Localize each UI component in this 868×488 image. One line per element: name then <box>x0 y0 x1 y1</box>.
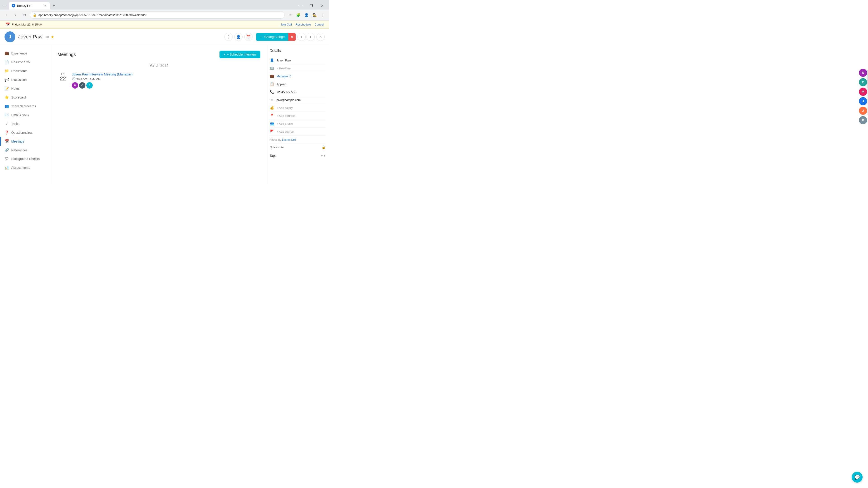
detail-profile[interactable]: 👥 + Add profile <box>270 120 326 128</box>
sidebar-item-resume[interactable]: 📄 Resume / CV <box>0 58 52 66</box>
sidebar-item-label: Experience <box>11 52 27 55</box>
sidebar-item-notes[interactable]: 📝 Notes <box>0 84 52 93</box>
notification-bar: 📅 Friday, Mar 22, 6:15AM Join Call Resch… <box>0 21 329 29</box>
phone-icon: 📞 <box>270 90 274 94</box>
cancel-link[interactable]: Cancel <box>315 23 324 26</box>
join-call-link[interactable]: Join Call <box>281 23 292 26</box>
source-placeholder[interactable]: + Add source <box>276 130 293 133</box>
next-candidate-button[interactable]: › <box>307 33 315 41</box>
position-link[interactable]: Manager ↗ <box>276 74 291 78</box>
sidebar-item-email-sms[interactable]: ✉️ Email / SMS <box>0 110 52 119</box>
tasks-icon: ✓ <box>4 122 9 126</box>
meeting-attendees: N C J <box>72 82 260 89</box>
star-icon[interactable]: ★ <box>51 35 54 39</box>
incognito-button[interactable]: 🕵 <box>311 11 318 19</box>
email-value: paw@sample.com <box>276 98 301 102</box>
schedule-interview-button[interactable]: + + Schedule Interview <box>219 51 260 58</box>
back-button[interactable]: ‹ <box>3 11 10 19</box>
sidebar-item-label: Resume / CV <box>11 60 30 64</box>
add-person-button[interactable]: 👤 <box>235 33 243 41</box>
briefcase-icon: 💼 <box>270 74 274 78</box>
forward-button[interactable]: › <box>12 11 19 19</box>
tags-label: Tags <box>270 154 276 158</box>
tags-dropdown-button[interactable]: ▾ <box>324 153 326 158</box>
rss-icon[interactable]: ⊕ <box>46 35 49 39</box>
close-candidate-button[interactable]: × <box>316 33 324 41</box>
change-stage-button[interactable]: ↔ Change Stage <box>256 33 288 41</box>
reschedule-link[interactable]: Reschedule <box>296 23 311 26</box>
sidebar-item-tasks[interactable]: ✓ Tasks <box>0 119 52 128</box>
meeting-date: Fri 22 <box>57 72 68 82</box>
sidebar-item-experience[interactable]: 💼 Experience <box>0 49 52 58</box>
attendee-avatar: J <box>86 82 93 89</box>
section-title: Meetings <box>57 52 76 57</box>
more-options-button[interactable]: ⋮ <box>224 33 232 41</box>
source-icon: 🚩 <box>270 129 274 133</box>
new-tab-button[interactable]: + <box>51 2 57 9</box>
sidebar-item-scorecard[interactable]: ⭐ Scorecard <box>0 93 52 102</box>
candidate-header: J Joven Paw ⊕ ★ ⋮ 👤 📅 ↔ Change Stage ✕ ‹… <box>0 29 329 45</box>
bookmark-button[interactable]: ☆ <box>287 11 294 19</box>
tab-close-button[interactable]: × <box>43 4 47 7</box>
sidebar-item-documents[interactable]: 📁 Documents <box>0 66 52 75</box>
lock-note-icon: 🔒 <box>322 145 326 149</box>
detail-applied: 📋 Applied <box>270 80 326 88</box>
prev-candidate-button[interactable]: ‹ <box>298 33 306 41</box>
salary-placeholder[interactable]: + Add salary <box>276 106 293 109</box>
sidebar-item-discussion[interactable]: 💬 Discussion <box>0 75 52 84</box>
references-icon: 🔗 <box>4 148 9 152</box>
sidebar-item-meetings[interactable]: 📅 Meetings <box>0 137 52 146</box>
headline-placeholder[interactable]: + Headline <box>276 67 291 70</box>
profile-button[interactable]: 👤 <box>303 11 310 19</box>
meeting-time-text: 6:15 AM - 6:30 AM <box>76 77 101 80</box>
window-close-button[interactable]: ✕ <box>317 2 327 9</box>
sidebar-item-label: Discussion <box>11 78 27 82</box>
quick-note-input[interactable] <box>270 145 322 149</box>
window-minimize-button[interactable]: — <box>295 2 306 9</box>
meeting-item: Fri 22 Joven Paw Interview Meeting (Mana… <box>57 72 260 89</box>
sidebar-item-label: References <box>11 149 28 152</box>
address-bar[interactable]: 🔒 <box>30 11 285 19</box>
menu-button[interactable]: ⋮ <box>319 11 327 19</box>
window-minimize[interactable]: — <box>2 3 7 8</box>
candidate-avatar: J <box>4 31 16 42</box>
email-sms-icon: ✉️ <box>4 113 9 117</box>
sidebar-item-label: Questionnaires <box>11 131 33 134</box>
detail-address[interactable]: 📍 + Add address <box>270 112 326 120</box>
detail-source[interactable]: 🚩 + Add source <box>270 128 326 135</box>
schedule-icon: + <box>223 53 225 56</box>
detail-position[interactable]: 💼 Manager ↗ <box>270 72 326 80</box>
sidebar-item-background-checks[interactable]: 🛡 Background Checks <box>0 155 52 163</box>
scorecard-icon: ⭐ <box>4 95 9 99</box>
experience-icon: 💼 <box>4 51 9 55</box>
added-by-name[interactable]: Lauren Deli <box>282 138 296 141</box>
change-stage-icon: ↔ <box>260 35 263 39</box>
refresh-button[interactable]: ↻ <box>21 11 28 19</box>
sidebar-item-team-scorecards[interactable]: 👥 Team Scorecards <box>0 102 52 110</box>
detail-salary[interactable]: 💰 + Add salary <box>270 104 326 112</box>
stage-arrow-button[interactable]: ✕ <box>288 33 296 41</box>
meetings-icon: 📅 <box>4 139 9 143</box>
detail-email: ✉ paw@sample.com <box>270 96 326 104</box>
detail-name-value: Joven Paw <box>276 59 291 62</box>
add-tag-button[interactable]: + <box>321 153 323 158</box>
meeting-title[interactable]: Joven Paw Interview Meeting (Manager) <box>72 72 260 76</box>
extensions-button[interactable]: 🧩 <box>295 11 302 19</box>
calendar-button[interactable]: 📅 <box>244 33 252 41</box>
calendar-notification-icon: 📅 <box>5 22 10 27</box>
sidebar-item-label: Notes <box>11 87 20 90</box>
browser-tab[interactable]: B Breezy HR × <box>9 2 50 9</box>
address-placeholder[interactable]: + Add address <box>276 114 295 118</box>
attendee-avatar: C <box>79 82 86 89</box>
profile-placeholder[interactable]: + Add profile <box>276 122 293 125</box>
url-input[interactable] <box>38 13 282 17</box>
applied-value: Applied <box>276 83 286 86</box>
detail-headline[interactable]: 🏢 + Headline <box>270 64 326 72</box>
window-restore-button[interactable]: ❐ <box>306 2 316 9</box>
quick-note-row: 🔒 <box>270 143 326 151</box>
sidebar-item-assessments[interactable]: 📊 Assessments <box>0 163 52 172</box>
headline-icon: 🏢 <box>270 66 274 70</box>
sidebar-item-questionnaires[interactable]: ❓ Questionnaires <box>0 128 52 137</box>
sidebar: 💼 Experience 📄 Resume / CV 📁 Documents 💬… <box>0 45 52 184</box>
sidebar-item-references[interactable]: 🔗 References <box>0 146 52 155</box>
